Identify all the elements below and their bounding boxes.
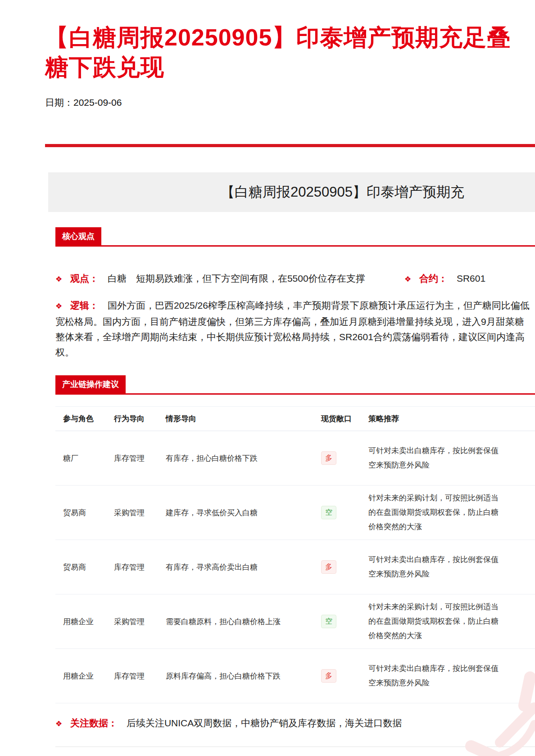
suggestion-section: 产业链操作建议 参与角色 行为导向 情形导向 现货敞口 策略推荐 糖厂 库存管理… — [55, 375, 535, 703]
data-watch-label: 关注数据： — [70, 718, 118, 728]
footer-divider — [55, 747, 535, 747]
cell-exposure: 多 — [313, 669, 361, 683]
strategy-line: 可针对未卖出白糖库存，按比例套保值 — [368, 553, 535, 567]
exposure-tag-long: 多 — [321, 451, 336, 465]
table-row: 用糖企业 库存管理 原料库存偏高，担心白糖价格下跌 多 可针对未卖出白糖库存，按… — [55, 649, 535, 703]
cell-exposure: 空 — [313, 506, 361, 519]
diamond-bullet-icon: ❖ — [55, 302, 62, 310]
viewpoint-row: ❖ 观点： 白糖 短期易跌难涨，但下方空间有限，在5500价位存在支撑 ❖ 合约… — [55, 271, 535, 287]
cell-behavior: 库存管理 — [106, 562, 158, 572]
strategy-line: 针对未来的采购计划，可按照比例适当 — [368, 491, 535, 505]
header-exposure: 现货敞口 — [313, 407, 361, 431]
contract-row: ❖ 合约： SR601 — [404, 271, 485, 287]
report-date: 日期：2025-09-06 — [45, 96, 535, 109]
cell-strategy: 可针对未卖出白糖库存，按比例套保值 空来预防意外风险 — [361, 553, 535, 581]
page-title: 【白糖周报20250905】印泰增产预期充足叠 糖下跌兑现 — [45, 0, 535, 82]
suggestion-table: 参与角色 行为导向 情形导向 现货敞口 策略推荐 糖厂 库存管理 有库存，担心白… — [55, 406, 535, 703]
cell-scenario: 有库存，寻求高价卖出白糖 — [158, 562, 313, 572]
logic-text-1: 国外方面，巴西2025/26榨季压榨高峰持续，丰产预期背景下原糖预计承压运行为主… — [108, 300, 530, 310]
strategy-line: 空来预防意外风险 — [368, 567, 535, 581]
logic-line-2: 宽松格局。国内方面，目前产销进度偏快，但第三方库存偏高，叠加近月原糖到港增量持续… — [55, 314, 535, 329]
cell-behavior: 采购管理 — [106, 508, 158, 518]
cell-exposure: 多 — [313, 451, 361, 465]
cell-behavior: 库存管理 — [106, 453, 158, 464]
cell-behavior: 库存管理 — [106, 671, 158, 681]
cell-strategy: 可针对未卖出白糖库存，按比例套保值 空来预防意外风险 — [361, 662, 535, 690]
suggestion-label: 产业链操作建议 — [55, 375, 126, 393]
header-behavior: 行为导向 — [106, 407, 158, 431]
logic-label: 逻辑： — [70, 300, 99, 310]
core-viewpoint-label: 核心观点 — [55, 227, 101, 245]
logic-paragraph: ❖ 逻辑： 国外方面，巴西2025/26榨季压榨高峰持续，丰产预期背景下原糖预计… — [55, 298, 535, 360]
table-row: 用糖企业 采购管理 需要白糖原料，担心白糖价格上涨 空 针对未来的采购计划，可按… — [55, 594, 535, 649]
header-role: 参与角色 — [55, 407, 106, 431]
diamond-bullet-icon: ❖ — [404, 275, 411, 284]
strategy-line: 可针对未卖出白糖库存，按比例套保值 — [368, 662, 535, 676]
contract-label: 合约： — [419, 273, 448, 284]
table-row: 贸易商 库存管理 有库存，寻求高价卖出白糖 多 可针对未卖出白糖库存，按比例套保… — [55, 540, 535, 594]
diamond-bullet-icon: ❖ — [55, 275, 62, 284]
contract-value: SR601 — [457, 273, 485, 284]
header-scenario: 情形导向 — [158, 407, 313, 431]
cell-scenario: 原料库存偏高，担心白糖价格下跌 — [158, 671, 313, 681]
cell-role: 贸易商 — [55, 562, 106, 572]
cell-scenario: 需要白糖原料，担心白糖价格上涨 — [158, 616, 313, 627]
header-strategy: 策略推荐 — [361, 407, 535, 431]
table-header-row: 参与角色 行为导向 情形导向 现货敞口 策略推荐 — [55, 406, 535, 431]
cell-role: 用糖企业 — [55, 616, 106, 627]
strategy-line: 针对未来的采购计划，可按照比例适当 — [368, 600, 535, 614]
cell-scenario: 建库存，寻求低价买入白糖 — [158, 508, 313, 518]
cell-strategy: 可针对未卖出白糖库存，按比例套保值 空来预防意外风险 — [361, 444, 535, 472]
strategy-line: 可针对未卖出白糖库存，按比例套保值 — [368, 444, 535, 458]
exposure-tag-long: 多 — [321, 560, 336, 574]
diamond-bullet-icon: ❖ — [55, 720, 62, 728]
page-title-line1: 【白糖周报20250905】印泰增产预期充足叠 — [45, 22, 535, 52]
viewpoint-label: 观点： — [70, 273, 99, 284]
exposure-tag-long: 多 — [321, 669, 336, 683]
logic-line-3: 整体来看，全球增产周期尚未结束，中长期供应预计宽松格局持续，SR2601合约震荡… — [55, 329, 535, 345]
core-viewpoint-label-row: 核心观点 — [55, 227, 535, 247]
cell-exposure: 多 — [313, 560, 361, 574]
page-title-line2: 糖下跌兑现 — [45, 52, 535, 82]
cell-role: 糖厂 — [55, 453, 106, 464]
cell-exposure: 空 — [313, 615, 361, 628]
cell-role: 用糖企业 — [55, 671, 106, 681]
viewpoint-text: 白糖 短期易跌难涨，但下方空间有限，在5500价位存在支撑 — [108, 273, 365, 284]
table-row: 贸易商 采购管理 建库存，寻求低价买入白糖 空 针对未来的采购计划，可按照比例适… — [55, 486, 535, 540]
suggestion-label-row: 产业链操作建议 — [55, 375, 535, 395]
cell-behavior: 采购管理 — [106, 616, 158, 627]
exposure-tag-short: 空 — [321, 615, 336, 628]
report-page: 【白糖周报20250905】印泰增产预期充足叠 糖下跌兑现 日期：2025-09… — [0, 0, 535, 756]
core-viewpoint-section: 核心观点 ❖ 观点： 白糖 短期易跌难涨，但下方空间有限，在5500价位存在支撑… — [55, 227, 535, 360]
logic-line-4: 权。 — [55, 345, 535, 360]
strategy-line: 空来预防意外风险 — [368, 676, 535, 690]
strategy-line: 价格突然的大涨 — [368, 520, 535, 534]
exposure-tag-short: 空 — [321, 506, 336, 519]
strategy-line: 空来预防意外风险 — [368, 458, 535, 472]
logic-line-1: ❖ 逻辑： 国外方面，巴西2025/26榨季压榨高峰持续，丰产预期背景下原糖预计… — [55, 298, 535, 314]
strategy-line: 的在盘面做期货或期权套保，防止白糖 — [368, 505, 535, 520]
cell-strategy: 针对未来的采购计划，可按照比例适当 的在盘面做期货或期权套保，防止白糖 价格突然… — [361, 600, 535, 643]
strategy-line: 的在盘面做期货或期权套保，防止白糖 — [368, 614, 535, 629]
cell-strategy: 针对未来的采购计划，可按照比例适当 的在盘面做期货或期权套保，防止白糖 价格突然… — [361, 491, 535, 534]
strategy-line: 价格突然的大涨 — [368, 629, 535, 643]
data-watch-text: 后续关注UNICA双周数据，中糖协产销及库存数据，海关进口数据 — [127, 718, 402, 728]
table-row: 糖厂 库存管理 有库存，担心白糖价格下跌 多 可针对未卖出白糖库存，按比例套保值… — [55, 431, 535, 486]
report-banner: 【白糖周报20250905】印泰增产预期充 — [48, 172, 535, 212]
cell-role: 贸易商 — [55, 508, 106, 518]
red-divider-rule — [45, 144, 535, 147]
data-watch-row: ❖ 关注数据： 后续关注UNICA双周数据，中糖协产销及库存数据，海关进口数据 — [55, 717, 535, 729]
banner-title: 【白糖周报20250905】印泰增产预期充 — [48, 172, 535, 212]
cell-scenario: 有库存，担心白糖价格下跌 — [158, 453, 313, 464]
